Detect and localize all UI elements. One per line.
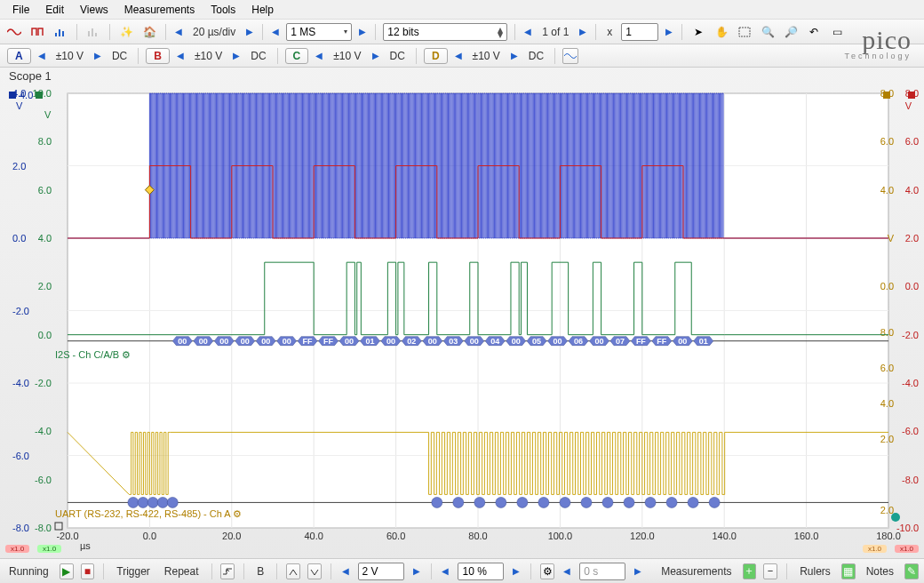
- timebase-value[interactable]: 20 µs/div: [189, 26, 239, 38]
- svg-text:-6.0: -6.0: [35, 475, 52, 485]
- svg-text:00: 00: [241, 337, 250, 346]
- zoom-in-icon[interactable]: 🔍: [759, 23, 777, 41]
- svg-text:01: 01: [699, 337, 708, 346]
- delay-input: [579, 563, 625, 580]
- toolbar-channels: A ◀ ±10 V ▶ DC B ◀ ±10 V ▶ DC C ◀ ±10 V …: [0, 44, 924, 68]
- measurements-remove-icon[interactable]: －: [763, 563, 777, 579]
- svg-text:-6.0: -6.0: [12, 451, 29, 461]
- zoom-x-input[interactable]: [621, 23, 658, 41]
- zoom-fit-icon[interactable]: ▭: [828, 23, 846, 41]
- undo-zoom-icon[interactable]: ↶: [805, 23, 823, 41]
- brand-logo: pico Technology: [844, 25, 912, 60]
- siggen-icon[interactable]: [562, 48, 578, 64]
- ch-C-coupling[interactable]: DC: [386, 50, 409, 62]
- scope-plot[interactable]: -20.00.020.040.060.080.0100.0120.0140.01…: [0, 88, 924, 555]
- persistence-mode-icon[interactable]: [28, 23, 46, 41]
- trigger-level-input[interactable]: [358, 563, 404, 580]
- bits-select[interactable]: 12 bits▴▾: [383, 23, 507, 41]
- ch-B-range-prev[interactable]: ◀: [175, 51, 186, 60]
- svg-text:02: 02: [407, 337, 416, 346]
- ch-A-range-next[interactable]: ▶: [92, 51, 103, 60]
- timebase-prev-icon[interactable]: ◀: [173, 27, 184, 36]
- ch-D-range[interactable]: ±10 V: [469, 50, 504, 62]
- ch-A-coupling[interactable]: DC: [108, 50, 131, 62]
- samples-next-icon[interactable]: ▶: [357, 27, 368, 36]
- rulers-button[interactable]: Rulers: [796, 565, 834, 578]
- menu-tools[interactable]: Tools: [203, 2, 243, 18]
- pretrig-next[interactable]: ▶: [511, 566, 522, 576]
- menu-measurements[interactable]: Measurements: [117, 2, 202, 18]
- level-prev[interactable]: ◀: [340, 566, 351, 576]
- hand-icon[interactable]: ✋: [713, 23, 730, 41]
- level-next[interactable]: ▶: [411, 566, 422, 576]
- page-next-icon[interactable]: ▶: [578, 27, 588, 36]
- ch-C-range[interactable]: ±10 V: [330, 50, 364, 62]
- measurements-button[interactable]: Measurements: [657, 565, 735, 578]
- toolbar-main: ✨ 🏠 ◀ 20 µs/div ▶ ◀ 1 MS▾ ▶ 12 bits▴▾ ◀ …: [0, 20, 924, 44]
- run-button[interactable]: ▶: [60, 563, 74, 579]
- svg-text:00: 00: [178, 337, 187, 346]
- ch-C-range-prev[interactable]: ◀: [314, 51, 324, 60]
- samples-select[interactable]: 1 MS▾: [286, 23, 352, 41]
- menu-help[interactable]: Help: [244, 2, 281, 18]
- rulers-icon[interactable]: ▦: [841, 563, 856, 579]
- spectrum-mode-icon[interactable]: [52, 23, 69, 41]
- trigger-edge-icon[interactable]: [220, 563, 235, 579]
- status-running: Running: [5, 565, 52, 578]
- channel-D-button[interactable]: D: [424, 48, 448, 64]
- stop-button[interactable]: ■: [81, 563, 95, 579]
- svg-text:-20.0: -20.0: [56, 531, 78, 541]
- svg-text:01: 01: [365, 337, 374, 346]
- svg-point-130: [709, 497, 720, 507]
- pretrigger-input[interactable]: [458, 563, 504, 580]
- home-icon[interactable]: 🏠: [140, 23, 158, 41]
- ch-A-range-prev[interactable]: ◀: [36, 51, 47, 60]
- pretrig-prev[interactable]: ◀: [440, 566, 450, 576]
- status-bar: Running ▶ ■ Trigger Repeat B ◀ ▶ ◀ ▶ ⚙ ◀…: [0, 558, 924, 583]
- svg-point-126: [624, 497, 634, 507]
- zoom-out-icon[interactable]: 🔎: [782, 23, 800, 41]
- page-prev-icon[interactable]: ◀: [522, 27, 533, 36]
- svg-text:V: V: [44, 109, 52, 120]
- svg-text:4.0: 4.0: [20, 90, 33, 100]
- notes-icon[interactable]: ✎: [904, 563, 919, 579]
- channel-B-button[interactable]: B: [146, 48, 170, 64]
- svg-text:00: 00: [283, 337, 291, 346]
- bar-alt-icon[interactable]: [84, 23, 102, 41]
- zoom-x-next-icon[interactable]: ▶: [664, 27, 674, 36]
- menu-views[interactable]: Views: [73, 2, 116, 18]
- ch-C-range-next[interactable]: ▶: [370, 51, 381, 60]
- scope-mode-icon[interactable]: [5, 23, 23, 41]
- ch-D-range-prev[interactable]: ◀: [453, 51, 464, 60]
- notes-button[interactable]: Notes: [863, 565, 897, 578]
- zoom-select-icon[interactable]: [736, 23, 753, 41]
- ch-D-coupling[interactable]: DC: [525, 50, 547, 62]
- ch-D-range-next[interactable]: ▶: [509, 51, 520, 60]
- delay-prev[interactable]: ◀: [562, 566, 572, 576]
- trigger-channel[interactable]: B: [253, 565, 267, 578]
- repeat-label[interactable]: Repeat: [161, 565, 203, 578]
- svg-text:FF: FF: [323, 337, 333, 346]
- menu-file[interactable]: File: [5, 2, 36, 18]
- svg-rect-132: [55, 523, 62, 530]
- menu-edit[interactable]: Edit: [38, 2, 71, 18]
- trigger-adv-icon[interactable]: ⚙: [540, 563, 554, 579]
- trigger-rise-icon[interactable]: [286, 563, 300, 579]
- trigger-label[interactable]: Trigger: [113, 565, 154, 578]
- pointer-icon[interactable]: ➤: [689, 23, 707, 41]
- ch-B-coupling[interactable]: DC: [247, 50, 269, 62]
- ch-B-range-next[interactable]: ▶: [231, 51, 242, 60]
- channel-C-button[interactable]: C: [285, 48, 309, 64]
- wand-icon[interactable]: ✨: [117, 23, 135, 41]
- ch-A-range[interactable]: ±10 V: [52, 50, 87, 62]
- timebase-next-icon[interactable]: ▶: [244, 27, 255, 36]
- delay-next[interactable]: ▶: [633, 566, 643, 576]
- svg-text:FF: FF: [303, 337, 313, 346]
- ch-B-range[interactable]: ±10 V: [191, 50, 226, 62]
- trigger-fall-icon[interactable]: [307, 563, 322, 579]
- measurements-add-icon[interactable]: ＋: [743, 563, 757, 579]
- svg-text:2.0: 2.0: [38, 281, 52, 292]
- samples-prev-icon[interactable]: ◀: [270, 27, 281, 36]
- svg-point-114: [147, 497, 158, 507]
- channel-A-button[interactable]: A: [7, 48, 31, 64]
